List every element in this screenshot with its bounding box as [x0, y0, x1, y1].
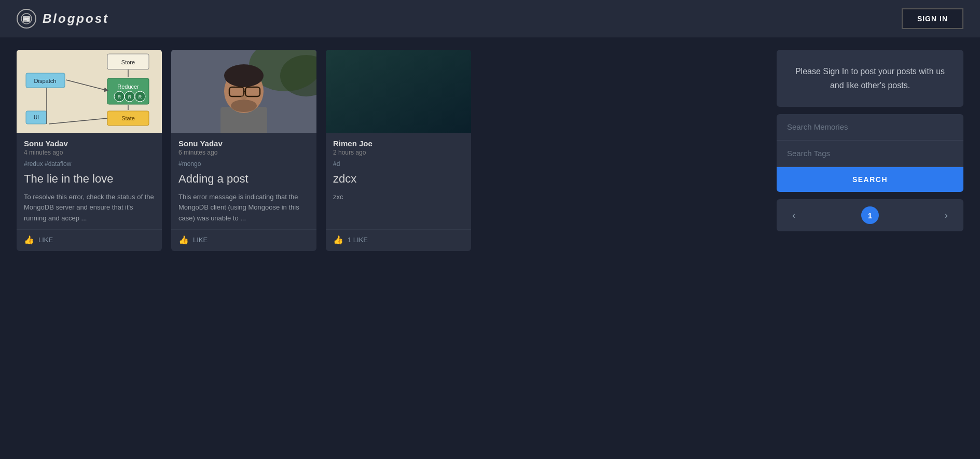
post-title: zdcx	[333, 172, 464, 187]
post-time: 6 minutes ago	[178, 149, 309, 156]
svg-point-34	[241, 95, 247, 100]
post-author: Rimen Joe	[333, 139, 464, 148]
post-excerpt: zxc	[333, 192, 464, 224]
post-image-person	[171, 50, 316, 133]
search-box: SEARCH	[777, 114, 963, 192]
svg-rect-36	[326, 50, 471, 133]
svg-text:Dispatch: Dispatch	[34, 78, 57, 84]
post-author: Sonu Yadav	[178, 139, 309, 148]
thumbs-up-icon: 👍	[333, 235, 343, 245]
like-button[interactable]: 1 LIKE	[348, 236, 368, 244]
like-button[interactable]: LIKE	[193, 236, 208, 244]
post-tags: #redux #dataflow	[24, 160, 155, 168]
search-button[interactable]: SEARCH	[777, 167, 963, 192]
svg-text:R: R	[139, 94, 142, 100]
posts-area: Store Dispatch Reducer R R R S	[17, 50, 766, 251]
svg-text:📰: 📰	[22, 15, 31, 23]
search-memories-row	[777, 114, 963, 141]
thumbs-up-icon: 👍	[178, 235, 189, 245]
post-excerpt: This error message is indicating that th…	[178, 192, 309, 224]
post-title: The lie in the love	[24, 172, 155, 187]
signin-prompt: Please Sign In to post your posts with u…	[777, 50, 963, 107]
post-body: #mongo Adding a post This error message …	[171, 158, 316, 229]
post-card-header: Rimen Joe 2 hours ago	[326, 133, 471, 158]
search-tags-input[interactable]	[787, 149, 953, 158]
sidebar: Please Sign In to post your posts with u…	[777, 50, 963, 251]
header-logo-group: 📰 Blogpost	[17, 9, 109, 29]
post-card-header: Sonu Yadav 6 minutes ago	[171, 133, 316, 158]
post-footer: 👍 LIKE	[171, 229, 316, 251]
svg-text:UI: UI	[34, 115, 39, 120]
post-title: Adding a post	[178, 172, 309, 187]
post-body: #d zdcx zxc	[326, 158, 471, 229]
post-time: 4 minutes ago	[24, 149, 155, 156]
thumbs-up-icon: 👍	[24, 235, 34, 245]
post-tags: #mongo	[178, 160, 309, 168]
prev-page-button[interactable]: ‹	[787, 208, 800, 223]
post-body: #redux #dataflow The lie in the love To …	[17, 158, 162, 229]
search-tags-row	[777, 141, 963, 167]
svg-point-29	[224, 64, 264, 87]
post-tags: #d	[333, 160, 464, 168]
search-memories-input[interactable]	[787, 122, 953, 131]
current-page-indicator: 1	[861, 206, 879, 224]
svg-text:R: R	[128, 94, 132, 100]
post-card: Rimen Joe 2 hours ago #d zdcx zxc 👍 1 LI…	[326, 50, 471, 251]
main-content: Store Dispatch Reducer R R R S	[0, 37, 980, 263]
logo-text: Blogpost	[43, 11, 109, 26]
post-image-teal	[326, 50, 471, 133]
svg-text:R: R	[118, 94, 121, 100]
post-author: Sonu Yadav	[24, 139, 155, 148]
svg-text:State: State	[121, 115, 135, 121]
header: 📰 Blogpost SIGN IN	[0, 0, 980, 37]
sign-in-button[interactable]: SIGN IN	[902, 8, 963, 29]
svg-text:Reducer: Reducer	[117, 84, 139, 90]
post-excerpt: To resolve this error, check the status …	[24, 192, 155, 224]
next-page-button[interactable]: ›	[940, 208, 953, 223]
post-card-header: Sonu Yadav 4 minutes ago	[17, 133, 162, 158]
post-card: Store Dispatch Reducer R R R S	[17, 50, 162, 251]
svg-point-33	[231, 100, 257, 112]
post-card: Sonu Yadav 6 minutes ago #mongo Adding a…	[171, 50, 316, 251]
post-footer: 👍 1 LIKE	[326, 229, 471, 251]
svg-text:Store: Store	[121, 59, 135, 65]
post-footer: 👍 LIKE	[17, 229, 162, 251]
post-time: 2 hours ago	[333, 149, 464, 156]
like-button[interactable]: LIKE	[38, 236, 53, 244]
logo-icon: 📰	[17, 9, 36, 29]
post-image-redux: Store Dispatch Reducer R R R S	[17, 50, 162, 133]
pagination: ‹ 1 ›	[777, 199, 963, 231]
